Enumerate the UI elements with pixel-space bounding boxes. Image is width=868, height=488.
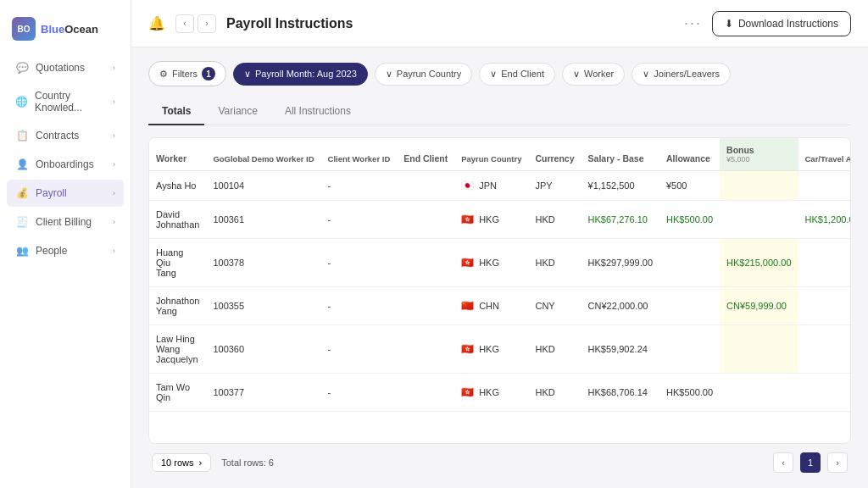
chevron-down-icon: ∨ [490,69,497,80]
allowance-cell: HK$500.00 [659,201,720,239]
sidebar-item-quotations[interactable]: 💬 Quotations › [7,54,124,81]
col-payrun-country: Payrun Country [454,138,528,171]
payrun-country-cell: 🇯🇵JPN [454,171,528,201]
sidebar-nav: 💬 Quotations › 🌐 Country Knowled... › 📋 … [0,54,131,264]
chevron-right-icon: › [113,131,115,140]
sidebar-item-label: Contracts [36,130,79,141]
worker-cell: Aysha Ho [149,171,206,201]
tab-variance[interactable]: Variance [204,98,270,125]
payroll-table: Worker GoGlobal Demo Worker ID Client Wo… [149,138,851,412]
chevron-down-icon: ∨ [244,69,251,80]
chevron-down-icon: ∨ [573,69,580,80]
rows-per-page-selector[interactable]: 10 rows › [152,453,211,472]
currency-cell: HKD [528,201,581,239]
table-row: Aysha Ho 100104 - 🇯🇵JPN JPY ¥1,152,500 ¥… [149,171,851,201]
table-row: Law HingWangJacquelyn 100360 - 🇭🇰HKG HKD… [149,325,851,374]
col-salary-base: Salary - Base [581,138,659,171]
tab-all-instructions[interactable]: All Instructions [271,98,364,125]
car-travel-cell [798,171,852,201]
worker-cell: DavidJohnathan [149,201,206,239]
payrun-country-cell: 🇭🇰HKG [454,239,528,287]
table-row: DavidJohnathan 100361 - 🇭🇰HKG HKD HK$67,… [149,201,851,239]
payrun-country-filter[interactable]: ∨ Payrun Country [375,63,472,86]
filter-icon: ⚙ [159,69,168,80]
salary-base-cell: HK$297,999.00 [581,239,659,287]
end-client-cell [397,201,454,239]
globe-icon: 🌐 [15,95,28,108]
table-row: JohnathonYang 100355 - 🇨🇳CHN CNY CN¥22,0… [149,287,851,325]
back-button[interactable]: ‹ [175,14,194,33]
filters-main-button[interactable]: ⚙ Filters 1 [148,61,226,86]
client-worker-id-cell: - [321,287,398,325]
page-1-button[interactable]: 1 [800,452,821,473]
end-client-cell [397,239,454,287]
bonus-cell [720,201,798,239]
sidebar-item-onboardings[interactable]: 👤 Onboardings › [7,151,124,178]
sidebar-item-client-billing[interactable]: 🧾 Client Billing › [7,208,124,236]
people-icon: 👥 [15,244,29,258]
client-worker-id-cell: - [321,171,398,201]
sidebar-item-country-knowledge[interactable]: 🌐 Country Knowled... › [7,83,124,120]
data-table-container[interactable]: Worker GoGlobal Demo Worker ID Client Wo… [148,137,851,444]
chevron-right-icon: › [199,458,203,468]
logo: BO BlueOcean [0,10,131,54]
more-options-button[interactable]: ··· [684,14,702,32]
download-icon: ⬇ [725,18,733,30]
logo-text: BlueOcean [41,23,98,36]
header-left: 🔔 ‹ › Payroll Instructions [148,14,353,33]
sidebar-item-people[interactable]: 👥 People › [7,237,124,264]
goglobal-id-cell: 100361 [206,201,320,239]
currency-cell: CNY [528,287,581,325]
sidebar-item-label: Payroll [36,187,67,199]
car-travel-cell [798,287,852,325]
chevron-right-icon: › [113,97,115,106]
sidebar-item-label: Onboardings [36,158,94,170]
billing-icon: 🧾 [15,215,29,229]
goglobal-id-cell: 100377 [206,374,320,412]
prev-page-button[interactable]: ‹ [773,452,793,473]
bonus-cell [720,325,798,374]
col-car-travel: Car/Travel Allowance [798,138,852,171]
filters-bar: ⚙ Filters 1 ∨ Payroll Month: Aug 2023 ∨ … [148,61,851,86]
sidebar-item-contracts[interactable]: 📋 Contracts › [7,122,124,149]
logo-icon: BO [12,17,36,41]
payroll-month-filter[interactable]: ∨ Payroll Month: Aug 2023 [233,63,368,86]
worker-filter[interactable]: ∨ Worker [562,63,625,86]
joiners-leavers-filter[interactable]: ∨ Joiners/Leavers [632,63,731,86]
worker-cell: JohnathonYang [149,287,206,325]
payrun-country-cell: 🇭🇰HKG [454,325,528,374]
sidebar-item-label: People [36,245,67,257]
sidebar-item-label: Quotations [36,62,85,74]
salary-base-cell: HK$59,902.24 [581,325,659,374]
col-currency: Currency [528,138,581,171]
bonus-cell [720,171,798,201]
allowance-cell [659,325,720,374]
forward-button[interactable]: › [198,14,216,33]
goglobal-id-cell: 100378 [206,239,320,287]
tab-totals[interactable]: Totals [148,98,204,125]
bonus-cell: CN¥59,999.00 [720,287,798,325]
download-button[interactable]: ⬇ Download Instructions [712,11,851,36]
page-buttons: ‹ 1 › [773,452,848,473]
chevron-right-icon: › [113,247,115,255]
goglobal-id-cell: 100104 [206,171,320,201]
chevron-down-icon: ∨ [386,69,392,80]
salary-base-cell: HK$68,706.14 [581,374,659,412]
currency-cell: HKD [528,374,581,412]
sidebar-item-payroll[interactable]: 💰 Payroll › [7,180,124,207]
chevron-right-icon: › [113,218,115,226]
car-travel-cell [798,325,852,374]
payrun-country-cell: 🇭🇰HKG [454,374,528,412]
goglobal-id-cell: 100355 [206,287,320,325]
end-client-filter[interactable]: ∨ End Client [479,63,555,86]
nav-buttons: ‹ › [175,14,216,33]
table-header-row: Worker GoGlobal Demo Worker ID Client Wo… [149,138,851,171]
car-travel-cell: HK$1,200.00 [798,201,852,239]
worker-cell: Law HingWangJacquelyn [149,325,206,374]
car-travel-cell [798,239,852,287]
bell-icon[interactable]: 🔔 [148,15,165,31]
chevron-down-icon: ∨ [643,69,649,80]
allowance-cell [659,287,720,325]
next-page-button[interactable]: › [827,452,848,473]
col-bonus: Bonus ¥5,000 [720,138,798,171]
